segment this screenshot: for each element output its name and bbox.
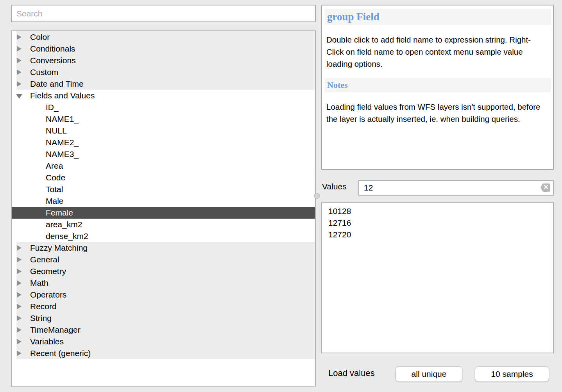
value-item[interactable]: 12716	[322, 217, 553, 229]
tree-item-record[interactable]: Record	[12, 301, 315, 312]
ten-samples-button[interactable]: 10 samples	[475, 366, 549, 382]
tree-item-geometry[interactable]: Geometry	[12, 265, 315, 277]
tree-item-label: Fields and Values	[12, 90, 95, 102]
collapsed-arrow-icon[interactable]	[17, 58, 21, 63]
tree-item-timemanager[interactable]: TimeManager	[12, 324, 315, 336]
collapsed-arrow-icon[interactable]	[17, 339, 21, 344]
collapsed-arrow-icon[interactable]	[17, 280, 21, 286]
tree-item-fields-and-values[interactable]: Fields and Values	[12, 90, 315, 102]
tree-item-custom[interactable]: Custom	[12, 66, 315, 78]
tree-item-label: Male	[12, 195, 64, 207]
tree-item-math[interactable]: Math	[12, 277, 315, 289]
expanded-arrow-icon[interactable]	[16, 94, 22, 99]
values-filter-input[interactable]	[358, 180, 554, 196]
collapsed-arrow-icon[interactable]	[17, 315, 21, 321]
tree-item-field-code[interactable]: Code	[12, 172, 315, 184]
notes-title: Notes	[325, 78, 551, 92]
tree-item-field-name3[interactable]: NAME3_	[12, 148, 315, 160]
tree-item-variables[interactable]: Variables	[12, 336, 315, 347]
collapsed-arrow-icon[interactable]	[17, 292, 21, 298]
help-title: group Field	[325, 9, 551, 25]
load-values-label: Load values	[328, 368, 375, 378]
tree-item-field-area-km2[interactable]: area_km2	[12, 219, 315, 230]
tree-item-label: area_km2	[12, 219, 82, 230]
tree-item-label: NAME3_	[12, 148, 79, 160]
value-item[interactable]: 12720	[322, 229, 553, 241]
tree-item-conversions[interactable]: Conversions	[12, 55, 315, 66]
collapsed-arrow-icon[interactable]	[17, 257, 21, 262]
tree-item-label: dense_km2	[12, 230, 88, 242]
tree-item-label: Area	[12, 160, 63, 172]
tree-item-recent-generic[interactable]: Recent (generic)	[12, 347, 315, 359]
tree-item-label: Female	[12, 207, 73, 219]
tree-item-label: ID_	[12, 102, 59, 113]
tree-item-field-total[interactable]: Total	[12, 184, 315, 195]
notes-body: Loading field values from WFS layers isn…	[326, 101, 548, 125]
tree-item-label: Code	[12, 172, 65, 184]
function-tree[interactable]: Color Conditionals Conversions Custom Da…	[11, 30, 316, 387]
tree-item-conditionals[interactable]: Conditionals	[12, 43, 315, 55]
tree-item-color[interactable]: Color	[12, 31, 315, 43]
collapsed-arrow-icon[interactable]	[17, 351, 21, 356]
tree-item-label: Recent (generic)	[12, 347, 91, 359]
tree-item-field-name2[interactable]: NAME2_	[12, 137, 315, 148]
search-input[interactable]	[11, 5, 316, 22]
help-body: Double click to add field name to expres…	[326, 34, 548, 70]
tree-item-string[interactable]: String	[12, 312, 315, 324]
tree-item-field-null[interactable]: NULL	[12, 125, 315, 137]
collapsed-arrow-icon[interactable]	[17, 245, 21, 251]
value-item[interactable]: 10128	[322, 205, 553, 217]
collapsed-arrow-icon[interactable]	[17, 304, 21, 309]
tree-item-label: Fuzzy Matching	[12, 242, 88, 254]
collapsed-arrow-icon[interactable]	[17, 269, 21, 274]
collapsed-arrow-icon[interactable]	[17, 46, 21, 52]
splitter-handle-icon[interactable]	[314, 193, 320, 199]
tree-item-label: TimeManager	[12, 324, 81, 336]
tree-item-field-male[interactable]: Male	[12, 195, 315, 207]
all-unique-button[interactable]: all unique	[396, 366, 462, 382]
tree-item-fuzzy-matching[interactable]: Fuzzy Matching	[12, 242, 315, 254]
tree-item-label: NAME2_	[12, 137, 79, 148]
tree-item-field-area[interactable]: Area	[12, 160, 315, 172]
collapsed-arrow-icon[interactable]	[17, 81, 21, 87]
tree-item-field-id[interactable]: ID_	[12, 102, 315, 113]
collapsed-arrow-icon[interactable]	[17, 69, 21, 75]
tree-item-date-and-time[interactable]: Date and Time	[12, 78, 315, 90]
tree-item-field-dense-km2[interactable]: dense_km2	[12, 230, 315, 242]
tree-item-operators[interactable]: Operators	[12, 289, 315, 301]
tree-item-field-name1[interactable]: NAME1_	[12, 113, 315, 125]
collapsed-arrow-icon[interactable]	[17, 327, 21, 333]
tree-item-label: Total	[12, 184, 63, 195]
tree-item-label: NAME1_	[12, 113, 79, 125]
tree-item-label: Date and Time	[12, 78, 84, 90]
values-list[interactable]: 10128 12716 12720	[321, 202, 554, 353]
tree-item-label: NULL	[12, 125, 67, 137]
help-panel: group Field Double click to add field na…	[321, 5, 554, 170]
collapsed-arrow-icon[interactable]	[17, 34, 21, 40]
tree-item-general[interactable]: General	[12, 254, 315, 265]
tree-item-field-female[interactable]: Female	[12, 207, 315, 219]
clear-x-glyph: ✕	[543, 183, 549, 192]
values-label: Values	[322, 182, 347, 191]
